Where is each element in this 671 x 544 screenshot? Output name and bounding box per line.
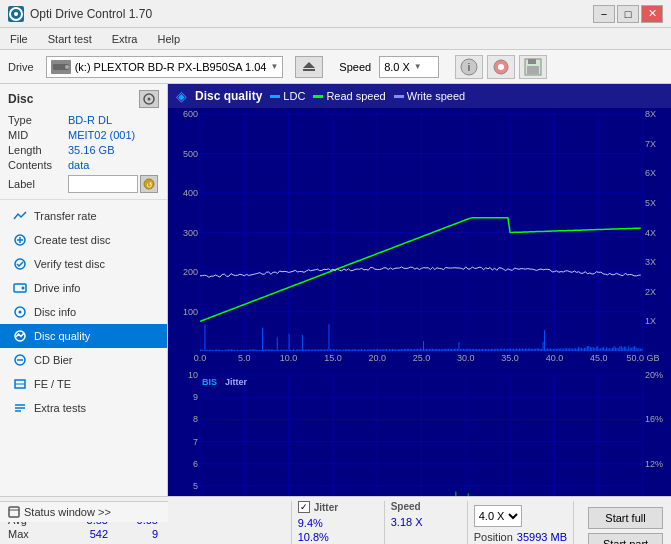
disc-label-edit-button[interactable]: ↺ <box>140 175 158 193</box>
disc-contents-label: Contents <box>8 159 68 171</box>
svg-point-10 <box>498 64 504 70</box>
disc-type-label: Type <box>8 114 68 126</box>
nav-items: Transfer rate Create test disc Verify te… <box>0 200 167 424</box>
sidebar: Disc Type BD-R DL MID MEIT02 (001) Lengt… <box>0 84 168 496</box>
menu-extra[interactable]: Extra <box>108 31 142 47</box>
menu-help[interactable]: Help <box>153 31 184 47</box>
disc-icon-button[interactable] <box>139 90 159 108</box>
disc-length-label: Length <box>8 144 68 156</box>
title-bar-text: Opti Drive Control 1.70 <box>30 7 593 21</box>
svg-text:i: i <box>468 61 470 73</box>
stats-avg-speed: 3.18 X <box>391 516 423 528</box>
disc-label-label: Label <box>8 178 68 190</box>
drive-select[interactable]: (k:) PLEXTOR BD-R PX-LB950SA 1.04 ▼ <box>46 56 284 78</box>
speed-value: 8.0 X <box>384 61 410 73</box>
drive-label: Drive <box>8 61 34 73</box>
sidebar-item-transfer-rate[interactable]: Transfer rate <box>0 204 167 228</box>
stats-max-bis: 9 <box>108 528 158 540</box>
position-label: Position <box>474 531 513 543</box>
start-part-button[interactable]: Start part <box>588 533 663 545</box>
title-bar: Opti Drive Control 1.70 − □ ✕ <box>0 0 671 28</box>
sidebar-label-create-test-disc: Create test disc <box>34 234 110 246</box>
disc-length-value: 35.16 GB <box>68 144 159 156</box>
sidebar-label-disc-quality: Disc quality <box>34 330 90 342</box>
sidebar-item-cd-bier[interactable]: CD Bier <box>0 348 167 372</box>
main-content: Disc Type BD-R DL MID MEIT02 (001) Lengt… <box>0 84 671 496</box>
top-chart-canvas <box>168 108 671 369</box>
create-test-disc-icon <box>12 233 28 247</box>
drive-info-icon <box>12 281 28 295</box>
save-button[interactable] <box>519 55 547 79</box>
sidebar-label-drive-info: Drive info <box>34 282 80 294</box>
divider-2 <box>384 501 385 544</box>
sidebar-item-verify-test-disc[interactable]: Verify test disc <box>0 252 167 276</box>
settings-button[interactable] <box>487 55 515 79</box>
divider-3 <box>467 501 468 544</box>
start-full-button[interactable]: Start full <box>588 507 663 529</box>
drive-dropdown-arrow: ▼ <box>270 62 278 71</box>
eject-button[interactable] <box>295 56 323 78</box>
cd-bier-icon <box>12 353 28 367</box>
svg-text:↺: ↺ <box>146 181 153 190</box>
sidebar-item-fe-te[interactable]: FE / TE <box>0 372 167 396</box>
disc-quality-icon <box>12 329 28 343</box>
disc-mid-value: MEIT02 (001) <box>68 129 159 141</box>
close-button[interactable]: ✕ <box>641 5 663 23</box>
sidebar-item-disc-info[interactable]: Disc info <box>0 300 167 324</box>
sidebar-label-extra-tests: Extra tests <box>34 402 86 414</box>
drive-icon <box>51 60 71 74</box>
menu-start-test[interactable]: Start test <box>44 31 96 47</box>
fe-te-icon <box>12 377 28 391</box>
sidebar-item-create-test-disc[interactable]: Create test disc <box>0 228 167 252</box>
maximize-button[interactable]: □ <box>617 5 639 23</box>
position-value: 35993 MB <box>517 531 567 543</box>
stats-avg-jitter: 9.4% <box>298 517 323 529</box>
speed-header: Speed <box>391 501 461 512</box>
legend-ldc-label: LDC <box>283 90 305 102</box>
svg-rect-12 <box>528 59 536 64</box>
stats-max-jitter: 10.8% <box>298 531 329 543</box>
disc-section: Disc Type BD-R DL MID MEIT02 (001) Lengt… <box>0 84 167 200</box>
disc-mid-label: MID <box>8 129 68 141</box>
menu-file[interactable]: File <box>6 31 32 47</box>
sidebar-item-drive-info[interactable]: Drive info <box>0 276 167 300</box>
svg-point-25 <box>19 311 22 314</box>
app-icon <box>8 6 24 22</box>
toolbar: Drive (k:) PLEXTOR BD-R PX-LB950SA 1.04 … <box>0 50 671 84</box>
sidebar-item-disc-quality[interactable]: Disc quality <box>0 324 167 348</box>
verify-test-disc-icon <box>12 257 28 271</box>
sidebar-label-transfer-rate: Transfer rate <box>34 210 97 222</box>
svg-rect-13 <box>527 66 539 74</box>
chart-header-icon: ◈ <box>176 88 187 104</box>
legend-write-label: Write speed <box>407 90 466 102</box>
drive-name: (k:) PLEXTOR BD-R PX-LB950SA 1.04 <box>75 61 267 73</box>
legend-write-dot <box>394 95 404 98</box>
sidebar-item-extra-tests[interactable]: Extra tests <box>0 396 167 420</box>
toolbar-icons: i <box>455 55 547 79</box>
divider-1 <box>291 501 292 544</box>
divider-4 <box>573 501 574 544</box>
speed-dropdown[interactable]: 4.0 X 8.0 X <box>474 505 522 527</box>
svg-marker-5 <box>303 62 315 68</box>
disc-label-input[interactable] <box>68 175 138 193</box>
jitter-checkbox[interactable]: ✓ <box>298 501 310 513</box>
disc-contents-value: data <box>68 159 159 171</box>
window-controls: − □ ✕ <box>593 5 663 23</box>
sidebar-label-disc-info: Disc info <box>34 306 76 318</box>
action-buttons: Start full Start part <box>588 501 663 544</box>
disc-section-title: Disc <box>8 92 33 106</box>
svg-point-23 <box>22 287 25 290</box>
chart-title: Disc quality <box>195 89 262 103</box>
speed-label: Speed <box>339 61 371 73</box>
sidebar-label-cd-bier: CD Bier <box>34 354 73 366</box>
extra-tests-icon <box>12 401 28 415</box>
transfer-rate-icon <box>12 209 28 223</box>
disc-type-value: BD-R DL <box>68 114 159 126</box>
legend-ldc-dot <box>270 95 280 98</box>
disc-info-icon <box>12 305 28 319</box>
info-button[interactable]: i <box>455 55 483 79</box>
chart-area: ◈ Disc quality LDC Read speed Write spee… <box>168 84 671 496</box>
speed-select[interactable]: 8.0 X ▼ <box>379 56 439 78</box>
legend-read: Read speed <box>313 90 385 102</box>
minimize-button[interactable]: − <box>593 5 615 23</box>
